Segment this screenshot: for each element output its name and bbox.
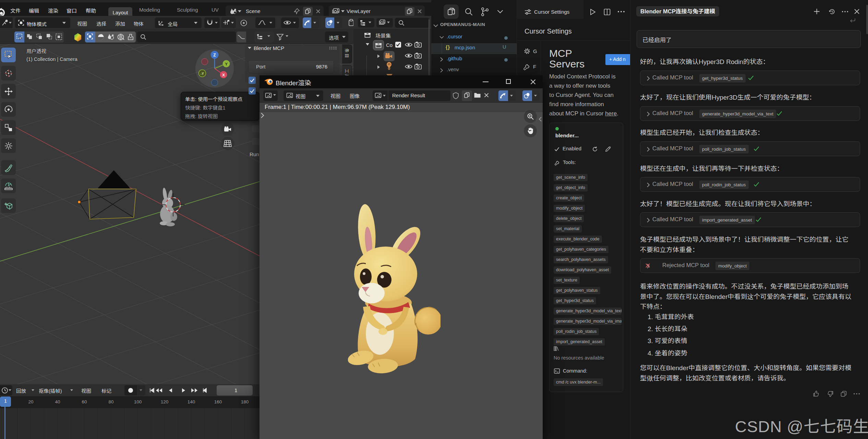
- svg-text:X: X: [222, 73, 225, 77]
- svg-text:Y: Y: [225, 62, 228, 66]
- svg-text:Z: Z: [213, 53, 216, 58]
- svg-text:-Y: -Y: [201, 72, 204, 76]
